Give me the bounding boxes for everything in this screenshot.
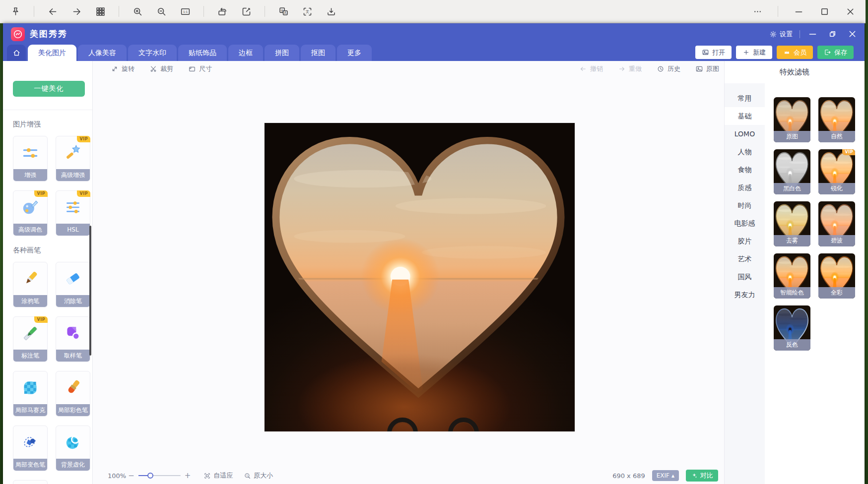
sampler-icon [63,323,83,343]
one-click-beautify-button[interactable]: 一键美化 [13,81,85,97]
filter-category-9[interactable]: 艺术 [725,250,765,268]
tool-tile-recolor[interactable]: 局部变色笔 [13,425,48,471]
minimize-button[interactable] [793,6,804,17]
close-button[interactable] [845,6,856,17]
tab-7[interactable]: 更多 [337,45,372,61]
translate-button[interactable]: 文A [278,6,289,17]
crown-action-button[interactable]: 会员 [777,46,813,59]
wand-icon [63,143,83,163]
filter-category-1[interactable]: 基础 [725,107,765,125]
settings-button[interactable]: 设置 [769,30,793,39]
filter-thumb-fullcolor[interactable]: 全彩 [818,253,855,299]
filter-category-3[interactable]: 人物 [725,143,765,161]
filter-thumb-wave[interactable]: 碧波 [818,201,855,246]
home-tab[interactable] [7,45,26,61]
tool-tile-doodle[interactable]: 涂鸦笔 [13,262,48,307]
minimize-icon [807,29,818,39]
zoom-decrease-button[interactable]: − [126,471,136,480]
tab-0[interactable]: 美化图片 [28,45,76,61]
one-to-one-icon: 1:1 [180,6,191,17]
exif-button[interactable]: EXIF ▴ [652,470,679,481]
screen-ocr-icon: 文 [302,6,313,17]
tab-5[interactable]: 拼图 [265,45,299,61]
tab-4[interactable]: 边框 [228,45,263,61]
sidebar-scrollbar[interactable] [89,226,91,356]
filter-category-8[interactable]: 胶片 [725,232,765,250]
undo-icon [579,65,587,73]
zoom-slider[interactable] [138,472,181,479]
window-restore-button[interactable] [827,29,838,40]
tab-2[interactable]: 文字水印 [128,45,177,61]
edited-photo[interactable] [265,123,575,431]
filter-thumb-sharpen[interactable]: VIP 锐化 [818,149,855,194]
maximize-button[interactable] [819,6,830,17]
tool-tile-sampler[interactable]: 取样笔 [56,316,90,362]
zoom-out-button[interactable] [156,6,167,17]
zoom-in-button[interactable] [132,6,143,17]
divider [800,30,800,38]
crop-icon [149,65,157,73]
more-icon [752,6,763,17]
tab-6[interactable]: 抠图 [301,45,335,61]
tab-3[interactable]: 贴纸饰品 [178,45,227,61]
tool-tile-palette[interactable]: VIP 高级调色 [13,190,48,236]
filter-thumb-smartcolor[interactable]: 智能绘色 [774,253,810,299]
zoom-increase-button[interactable]: + [183,471,193,480]
compare-button[interactable]: 对比 [686,470,718,482]
filter-category-2[interactable]: LOMO [725,125,765,143]
rotate-screen-button[interactable] [217,6,228,17]
filter-thumb-dehaze[interactable]: 去雾 [774,201,810,246]
redo-tool[interactable]: 重做 [618,64,642,73]
crop-tool[interactable]: 裁剪 [149,64,173,73]
filter-category-10[interactable]: 国风 [725,268,765,286]
plus-action-button[interactable]: 新建 [736,46,772,59]
filter-category-11[interactable]: 男友力 [725,286,765,303]
grid-view-button[interactable] [95,6,106,17]
history-icon [657,65,665,73]
edit-note-button[interactable] [241,6,252,17]
screenshot-download-button[interactable] [326,6,336,17]
pin-icon [10,6,21,17]
window-minimize-button[interactable] [807,29,818,40]
rotate-tool[interactable]: 旋转 [111,64,134,73]
pin-button[interactable] [10,6,21,17]
actual-size-button[interactable]: 1 原大小 [244,471,273,480]
tool-tile-colorpen[interactable]: 局部彩色笔 [56,371,90,417]
filter-category-7[interactable]: 电影感 [725,214,765,232]
tool-tile-enhance[interactable]: 增强 [13,136,48,182]
fit-view-button[interactable]: 自适应 [203,471,233,480]
tool-tile-eraser[interactable]: 消除笔 [56,262,90,307]
forward-button[interactable] [71,6,82,17]
tool-tile-hsl[interactable]: VIP HSL [56,190,90,236]
vip-badge: VIP [34,190,48,197]
tool-tile-blur[interactable]: 背景虚化 [56,425,90,471]
tool-tile-partial[interactable] [13,480,48,484]
original-tool[interactable]: 原图 [695,64,719,73]
screen-ocr-button[interactable]: 文 [302,6,313,17]
tab-1[interactable]: 人像美容 [78,45,127,61]
filter-thumb-normal[interactable]: 原图 [774,97,810,142]
doodle-icon [20,269,40,289]
filter-thumb-invert[interactable]: 反色 [774,305,810,351]
restore-icon [827,29,838,39]
slider-thumb[interactable] [147,473,153,479]
tool-tile-mosaic[interactable]: 局部马赛克 [13,371,48,417]
more-button[interactable] [752,6,763,17]
image-action-button[interactable]: 打开 [695,46,732,59]
filter-category-6[interactable]: 时尚 [725,196,765,214]
undo-tool[interactable]: 撤销 [579,64,603,73]
history-tool[interactable]: 历史 [657,64,680,73]
resize-tool[interactable]: 尺寸 [188,64,212,73]
back-button[interactable] [47,6,58,17]
tool-tile-marker[interactable]: VIP 标注笔 [13,316,48,362]
export-action-button[interactable]: 保存 [817,46,854,59]
filter-category-0[interactable]: 常用 [725,89,765,107]
one-to-one-button[interactable]: 1:1 [180,6,191,17]
filter-category-5[interactable]: 质感 [725,179,765,196]
filter-category-4[interactable]: 食物 [725,161,765,179]
filter-thumb-bw[interactable]: 黑白色 [774,149,810,194]
section-title: 图片增强 [13,120,92,129]
filter-thumb-natural[interactable]: 自然 [818,97,855,142]
window-close-button[interactable] [847,29,858,40]
tool-tile-wand[interactable]: VIP 高级增强 [56,136,90,182]
